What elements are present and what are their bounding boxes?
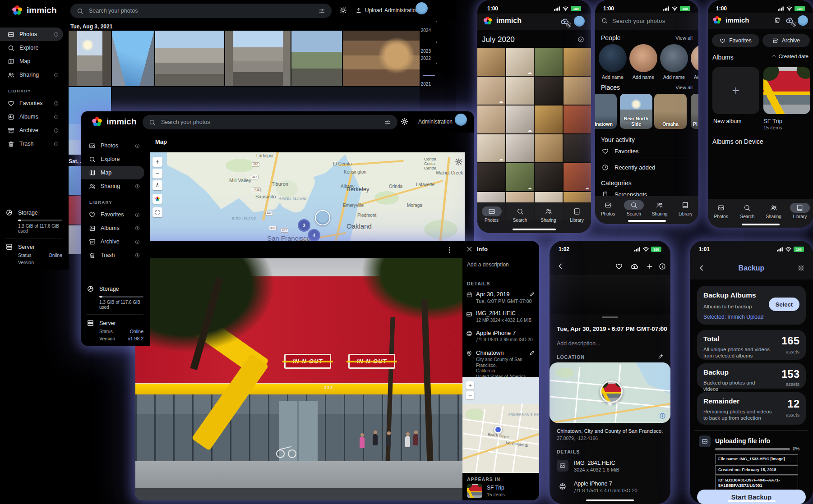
sidebar-item-sharing[interactable]: Sharing xyxy=(0,68,63,82)
place-tile[interactable]: Omaha xyxy=(654,94,687,129)
share-icon[interactable] xyxy=(378,246,385,254)
add-name-label[interactable]: Add name xyxy=(599,74,627,80)
photo-thumb[interactable] xyxy=(225,31,291,86)
photo-thumb[interactable] xyxy=(477,134,505,162)
edit-date-icon[interactable] xyxy=(658,325,664,331)
info-icon[interactable] xyxy=(135,212,140,217)
map-settings-gear-icon[interactable] xyxy=(455,158,463,166)
avatar[interactable] xyxy=(574,16,585,27)
avatar[interactable] xyxy=(416,2,428,14)
sidebar-item-explore[interactable]: Explore xyxy=(0,41,63,55)
select-button[interactable]: Select xyxy=(769,298,799,311)
photo-thumb[interactable] xyxy=(564,134,591,162)
place-tile[interactable]: Pi xyxy=(691,94,698,129)
favorites-row[interactable]: Favorites xyxy=(602,148,638,155)
person-avatar[interactable] xyxy=(691,44,698,72)
nav-library[interactable]: Library xyxy=(563,202,591,233)
immich-logo[interactable]: immich xyxy=(91,116,137,128)
sidebar-item-trash[interactable]: Trash xyxy=(81,248,144,262)
add-name-label[interactable]: Add name xyxy=(629,74,657,80)
info-icon[interactable] xyxy=(135,226,140,231)
sheet-drag-handle[interactable] xyxy=(602,316,618,318)
photo-thumb[interactable] xyxy=(564,77,591,105)
description-input[interactable]: Add description... xyxy=(557,340,601,347)
search-filter-icon[interactable] xyxy=(319,8,325,14)
info-icon[interactable] xyxy=(135,253,140,258)
scrubber-year[interactable]: 2023 xyxy=(416,49,431,54)
recently-added-row[interactable]: Recently added xyxy=(602,164,655,171)
place-tile[interactable]: Chinatown xyxy=(595,94,617,129)
sidebar-item-sharing[interactable]: Sharing xyxy=(81,179,144,193)
photo-thumb[interactable] xyxy=(564,48,591,76)
zoom-out-button[interactable] xyxy=(466,391,474,399)
more-options-icon[interactable] xyxy=(446,246,453,254)
settings-gear-icon[interactable] xyxy=(797,264,805,272)
scrubber-year[interactable]: 2022 xyxy=(416,56,431,61)
zoom-in-button[interactable] xyxy=(466,381,474,389)
map-style-button[interactable] xyxy=(152,194,162,204)
back-chevron-icon[interactable] xyxy=(557,262,564,270)
archive-pill-button[interactable]: Archive xyxy=(762,34,810,47)
favorite-heart-icon[interactable] xyxy=(615,263,623,270)
theme-toggle-icon[interactable] xyxy=(339,6,347,14)
photo-thumb[interactable] xyxy=(506,48,534,76)
photo-thumb[interactable] xyxy=(477,163,505,191)
add-name-label[interactable]: Add name xyxy=(691,74,698,80)
info-icon[interactable] xyxy=(135,143,140,148)
nav-photos[interactable]: Photos xyxy=(477,202,506,233)
compass-button[interactable] xyxy=(152,180,162,190)
sort-created-date[interactable]: Created date xyxy=(771,54,809,59)
album-title[interactable]: SF Trip xyxy=(763,118,782,124)
photo-thumb[interactable] xyxy=(69,31,111,86)
info-icon[interactable] xyxy=(54,73,59,78)
location-minimap[interactable]: FISHERMAN'S WHARF Beach Street North Poi… xyxy=(462,377,539,473)
add-name-label[interactable]: Add name xyxy=(660,74,688,80)
photo-thumb[interactable] xyxy=(477,77,505,105)
scrubber-year[interactable]: 2021 xyxy=(416,82,431,87)
photo-preview-dark[interactable] xyxy=(550,275,670,314)
info-icon[interactable] xyxy=(659,263,666,270)
sidebar-item-trash[interactable]: Trash xyxy=(0,137,63,151)
sidebar-item-albums[interactable]: Albums xyxy=(81,221,144,235)
photo-thumb[interactable] xyxy=(477,105,505,133)
places-view-all-link[interactable]: View all xyxy=(675,85,693,90)
nav-photos[interactable]: Photos xyxy=(595,196,621,224)
cloud-download-icon[interactable] xyxy=(630,262,638,270)
sidebar-item-albums[interactable]: Albums xyxy=(0,110,63,124)
avatar[interactable] xyxy=(798,15,808,26)
sidebar-item-favorites[interactable]: Favorites xyxy=(0,96,63,110)
favorites-pill-button[interactable]: Favorites xyxy=(712,34,759,47)
info-icon[interactable] xyxy=(54,142,59,147)
info-icon[interactable] xyxy=(406,246,413,254)
photo-thumb[interactable] xyxy=(535,77,563,105)
sidebar-item-favorites[interactable]: Favorites xyxy=(81,208,144,221)
add-to-album-icon[interactable] xyxy=(646,263,653,270)
photo-thumb[interactable] xyxy=(506,105,534,133)
edit-location-icon[interactable] xyxy=(529,350,535,356)
sidebar-item-archive[interactable]: Archive xyxy=(81,235,144,248)
info-icon[interactable] xyxy=(54,32,59,37)
photo-cluster-marker[interactable]: 4 xyxy=(308,229,320,242)
administration-link[interactable]: Administration xyxy=(418,119,453,125)
search-input[interactable]: Search your photos xyxy=(143,115,397,129)
info-icon[interactable] xyxy=(135,184,140,189)
info-icon[interactable] xyxy=(54,101,59,106)
map-info-icon[interactable] xyxy=(659,412,666,419)
zoom-in-icon[interactable] xyxy=(392,246,399,254)
photo-thumb[interactable] xyxy=(564,163,591,191)
nav-library[interactable]: Library xyxy=(787,199,813,228)
theme-toggle-icon[interactable] xyxy=(401,118,408,125)
photo-thumb[interactable] xyxy=(112,31,154,86)
new-album-tile[interactable] xyxy=(712,67,759,114)
trash-icon[interactable] xyxy=(774,17,781,24)
photo-location-marker[interactable] xyxy=(600,380,623,403)
delete-icon[interactable] xyxy=(433,246,440,254)
info-icon[interactable] xyxy=(135,239,140,244)
sidebar-item-map[interactable]: Map xyxy=(0,55,63,68)
sidebar-item-archive[interactable]: Archive xyxy=(0,124,63,137)
search-input[interactable]: Search your photos xyxy=(612,18,665,24)
person-avatar[interactable] xyxy=(629,44,657,72)
photo-thumb[interactable] xyxy=(477,48,505,76)
place-tile[interactable]: Near North Side xyxy=(620,94,652,129)
photo-thumb[interactable] xyxy=(506,77,534,105)
